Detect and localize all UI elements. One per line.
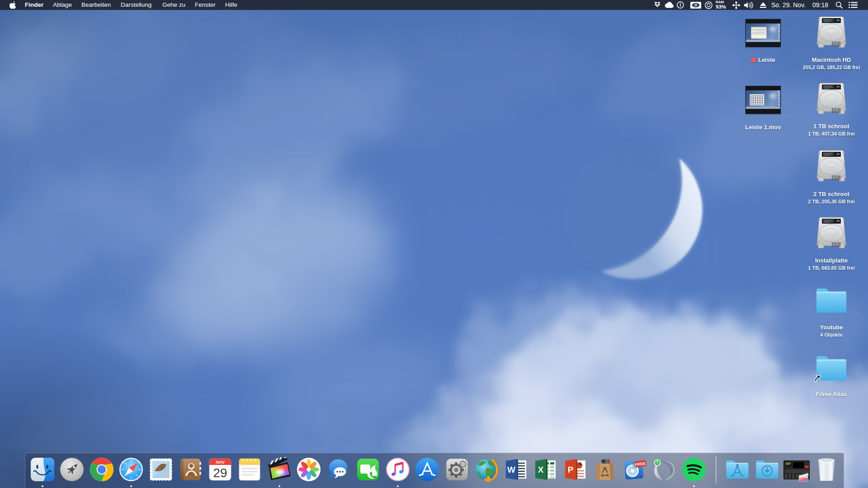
svg-text:X: X <box>538 465 544 474</box>
svg-text:P: P <box>567 465 573 474</box>
svg-text:W: W <box>507 465 515 474</box>
svg-text:NOV: NOV <box>216 460 225 465</box>
svg-text:29: 29 <box>213 466 227 480</box>
